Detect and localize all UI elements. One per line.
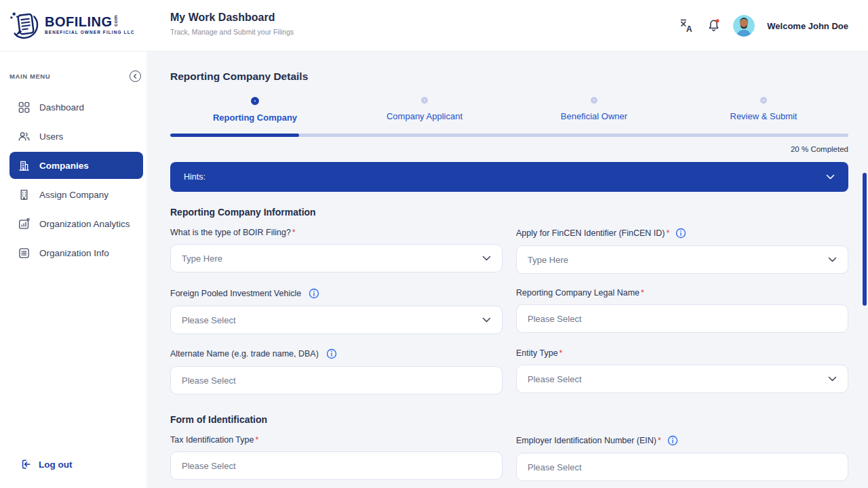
- avatar[interactable]: [733, 15, 755, 37]
- document-pen-icon: [9, 8, 41, 41]
- step-label: Review & Submit: [730, 111, 797, 121]
- svg-text:A: A: [686, 24, 692, 33]
- form-row: Foreign Pooled Investment Vehicle Please…: [170, 288, 848, 334]
- field-label-text: Tax Identification Type: [170, 435, 254, 445]
- employer-identification-number-input[interactable]: Please Select: [516, 453, 848, 481]
- field-label-text: Apply for FinCEN Identifier (FinCEN ID): [516, 228, 665, 238]
- logout-label: Log out: [39, 460, 72, 470]
- info-icon[interactable]: [675, 228, 686, 239]
- page-header-subtitle: Track, Manage and Submit your Filings: [170, 28, 294, 36]
- tax-identification-type-input[interactable]: Please Select: [170, 451, 502, 480]
- step-circle: [421, 97, 428, 104]
- sidebar-item-dashboard[interactable]: Dashboard: [9, 94, 143, 121]
- sidebar-item-label: Dashboard: [39, 102, 84, 113]
- field-label-text: Reporting Company Legal Name: [516, 288, 639, 298]
- step-beneficial-owner[interactable]: Beneficial Owner: [509, 97, 679, 123]
- sidebar-menu: Dashboard Users Companies Assign Company…: [0, 94, 146, 266]
- sidebar-item-label: Organization Analytics: [39, 219, 130, 229]
- field-tax-identification-type: Tax Identification Type* Please Select: [170, 435, 502, 481]
- step-review-submit[interactable]: Review & Submit: [679, 97, 848, 123]
- info-list-icon: [18, 247, 31, 260]
- field-label: What is the type of BOIR Filing?*: [170, 228, 502, 237]
- logout-button[interactable]: Log out: [20, 458, 72, 470]
- field-label-text: Entity Type: [516, 348, 558, 358]
- progress-bar: [170, 134, 848, 137]
- info-icon[interactable]: [309, 288, 319, 299]
- top-header: BOFILING com BENEFICIAL OWNER FILING LLC…: [0, 0, 868, 52]
- main-content: Reporting Company Details Reporting Comp…: [146, 52, 868, 488]
- sidebar-item-organization-info[interactable]: Organization Info: [9, 239, 143, 266]
- sidebar-item-label: Users: [39, 131, 63, 142]
- sidebar-item-companies[interactable]: Companies: [9, 152, 143, 179]
- placeholder-text: Please Select: [528, 462, 582, 472]
- sidebar-item-label: Assign Company: [39, 190, 108, 200]
- welcome-text: Welcome John Doe: [767, 21, 848, 31]
- stepper: Reporting Company Company Applicant Bene…: [170, 97, 848, 123]
- brand-logo[interactable]: BOFILING com BENEFICIAL OWNER FILING LLC: [9, 8, 134, 41]
- field-label: Apply for FinCEN Identifier (FinCEN ID)*: [516, 228, 848, 239]
- alternate-name-input[interactable]: Please Select: [170, 366, 502, 394]
- required-asterisk: *: [255, 435, 258, 445]
- boir-filing-type-select[interactable]: Type Here: [170, 244, 502, 272]
- placeholder-text: Please Select: [182, 461, 236, 471]
- notification-bell-icon[interactable]: [706, 18, 721, 33]
- brand-name: BOFILING: [45, 15, 113, 28]
- step-circle-active: [251, 97, 259, 105]
- field-boir-filing-type: What is the type of BOIR Filing?* Type H…: [170, 228, 502, 274]
- field-reporting-company-legal-name: Reporting Company Legal Name* Please Sel…: [516, 288, 848, 334]
- brand-tagline: BENEFICIAL OWNER FILING LLC: [45, 30, 134, 35]
- field-label: Foreign Pooled Investment Vehicle: [170, 288, 502, 299]
- sidebar: MAIN MENU Dashboard Users Companies: [0, 52, 146, 488]
- step-reporting-company[interactable]: Reporting Company: [170, 97, 340, 123]
- hints-accordion[interactable]: Hints:: [170, 162, 848, 192]
- logout-arrow-icon: [20, 458, 33, 470]
- field-foreign-pooled-investment-vehicle: Foreign Pooled Investment Vehicle Please…: [170, 288, 502, 334]
- chevron-down-icon: [828, 376, 837, 382]
- entity-type-select[interactable]: Please Select: [516, 365, 848, 393]
- info-icon[interactable]: [667, 435, 678, 446]
- step-company-applicant[interactable]: Company Applicant: [340, 97, 509, 123]
- brand-tld: com: [113, 15, 119, 26]
- sidebar-item-assign-company[interactable]: Assign Company: [9, 181, 143, 208]
- step-label: Company Applicant: [387, 111, 462, 121]
- placeholder-text: Type Here: [182, 253, 222, 264]
- translate-icon[interactable]: A: [679, 18, 694, 33]
- field-alternate-name: Alternate Name (e.g. trade name, DBA) Pl…: [170, 348, 502, 394]
- sidebar-item-label: Companies: [39, 161, 89, 171]
- scrollbar-thumb[interactable]: [863, 173, 867, 306]
- info-icon[interactable]: [326, 348, 337, 359]
- sidebar-collapse-button[interactable]: [130, 70, 141, 82]
- field-label-text: Employer Identification Number (EIN): [516, 436, 656, 445]
- analytics-chart-icon: [18, 218, 31, 230]
- fincen-identifier-select[interactable]: Type Here: [516, 245, 848, 274]
- step-circle: [760, 97, 767, 104]
- sidebar-item-users[interactable]: Users: [9, 123, 143, 150]
- placeholder-text: Please Select: [528, 314, 582, 324]
- field-label-text: Alternate Name (e.g. trade name, DBA): [170, 349, 319, 359]
- field-label: Reporting Company Legal Name*: [516, 288, 848, 298]
- required-asterisk: *: [559, 348, 563, 358]
- sidebar-item-label: Organization Info: [39, 248, 109, 258]
- dashboard-grid-icon: [18, 101, 31, 114]
- required-asterisk: *: [641, 288, 644, 298]
- hints-label: Hints:: [184, 172, 205, 182]
- form-row: Alternate Name (e.g. trade name, DBA) Pl…: [170, 348, 848, 394]
- foreign-pooled-investment-vehicle-select[interactable]: Please Select: [170, 306, 502, 334]
- placeholder-text: Please Select: [182, 315, 236, 325]
- field-label-text: Foreign Pooled Investment Vehicle: [170, 289, 301, 298]
- assign-building-icon: [18, 188, 31, 201]
- company-building-icon: [18, 159, 31, 172]
- form-row: What is the type of BOIR Filing?* Type H…: [170, 228, 848, 274]
- page-header-title: My Work Dashboard: [170, 12, 294, 24]
- field-label: Entity Type*: [516, 348, 848, 358]
- section-heading-reporting-company-information: Reporting Company Information: [170, 207, 848, 218]
- placeholder-text: Type Here: [528, 255, 568, 265]
- page-title: Reporting Company Details: [170, 70, 848, 83]
- progress-percent-label: 20 % Completed: [170, 145, 848, 153]
- reporting-company-legal-name-input[interactable]: Please Select: [516, 304, 848, 333]
- placeholder-text: Please Select: [528, 374, 582, 384]
- sidebar-item-organization-analytics[interactable]: Organization Analytics: [9, 210, 143, 237]
- field-label: Tax Identification Type*: [170, 435, 502, 445]
- required-asterisk: *: [658, 436, 661, 445]
- placeholder-text: Please Select: [182, 375, 236, 386]
